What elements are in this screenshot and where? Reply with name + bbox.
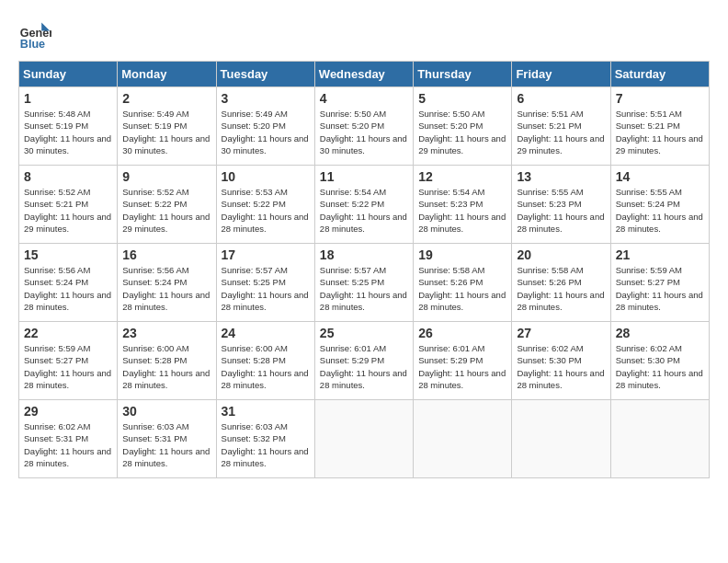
day-number: 9 bbox=[122, 169, 210, 184]
cell-info: Sunrise: 5:49 AM Sunset: 5:19 PM Dayligh… bbox=[122, 108, 210, 156]
calendar-cell: 8 Sunrise: 5:52 AM Sunset: 5:21 PM Dayli… bbox=[19, 166, 118, 244]
day-number: 27 bbox=[517, 326, 605, 340]
column-header-sunday: Sunday bbox=[19, 62, 118, 87]
day-number: 30 bbox=[122, 404, 210, 419]
calendar-cell: 13 Sunrise: 5:55 AM Sunset: 5:23 PM Dayl… bbox=[512, 166, 610, 244]
calendar-cell: 26 Sunrise: 6:01 AM Sunset: 5:29 PM Dayl… bbox=[414, 322, 512, 400]
column-header-tuesday: Tuesday bbox=[216, 62, 314, 87]
calendar-cell: 12 Sunrise: 5:54 AM Sunset: 5:23 PM Dayl… bbox=[414, 166, 512, 244]
day-number: 12 bbox=[418, 169, 506, 184]
cell-info: Sunrise: 5:53 AM Sunset: 5:22 PM Dayligh… bbox=[222, 186, 310, 235]
calendar-cell: 31 Sunrise: 6:03 AM Sunset: 5:32 PM Dayl… bbox=[216, 400, 314, 478]
calendar-cell: 27 Sunrise: 6:02 AM Sunset: 5:30 PM Dayl… bbox=[512, 322, 610, 400]
day-number: 19 bbox=[418, 247, 506, 262]
column-header-thursday: Thursday bbox=[414, 62, 512, 87]
cell-info: Sunrise: 5:50 AM Sunset: 5:20 PM Dayligh… bbox=[320, 108, 408, 156]
day-number: 16 bbox=[122, 247, 210, 262]
cell-info: Sunrise: 6:02 AM Sunset: 5:31 PM Dayligh… bbox=[24, 420, 112, 469]
day-number: 3 bbox=[222, 91, 310, 106]
page-header: General Blue bbox=[18, 18, 710, 52]
calendar-cell: 15 Sunrise: 5:56 AM Sunset: 5:24 PM Dayl… bbox=[19, 244, 118, 322]
calendar-table: SundayMondayTuesdayWednesdayThursdayFrid… bbox=[18, 61, 710, 478]
day-number: 22 bbox=[24, 326, 112, 340]
calendar-cell: 20 Sunrise: 5:58 AM Sunset: 5:26 PM Dayl… bbox=[512, 244, 610, 322]
cell-info: Sunrise: 6:00 AM Sunset: 5:28 PM Dayligh… bbox=[222, 342, 310, 391]
cell-info: Sunrise: 5:51 AM Sunset: 5:21 PM Dayligh… bbox=[517, 108, 605, 156]
calendar-cell bbox=[414, 400, 512, 478]
cell-info: Sunrise: 5:59 AM Sunset: 5:27 PM Dayligh… bbox=[616, 264, 704, 313]
calendar-cell: 23 Sunrise: 6:00 AM Sunset: 5:28 PM Dayl… bbox=[118, 322, 216, 400]
day-number: 18 bbox=[320, 247, 408, 262]
day-number: 23 bbox=[122, 326, 210, 340]
svg-text:Blue: Blue bbox=[20, 38, 45, 51]
cell-info: Sunrise: 6:01 AM Sunset: 5:29 PM Dayligh… bbox=[320, 342, 408, 391]
day-number: 17 bbox=[222, 247, 310, 262]
cell-info: Sunrise: 6:03 AM Sunset: 5:31 PM Dayligh… bbox=[122, 420, 210, 469]
calendar-cell: 14 Sunrise: 5:55 AM Sunset: 5:24 PM Dayl… bbox=[610, 166, 709, 244]
calendar-week-2: 8 Sunrise: 5:52 AM Sunset: 5:21 PM Dayli… bbox=[19, 166, 710, 244]
logo-icon: General Blue bbox=[18, 18, 51, 52]
cell-info: Sunrise: 5:54 AM Sunset: 5:23 PM Dayligh… bbox=[418, 186, 506, 235]
calendar-cell: 6 Sunrise: 5:51 AM Sunset: 5:21 PM Dayli… bbox=[512, 87, 610, 166]
cell-info: Sunrise: 5:57 AM Sunset: 5:25 PM Dayligh… bbox=[222, 264, 310, 313]
day-number: 7 bbox=[616, 91, 704, 106]
cell-info: Sunrise: 5:56 AM Sunset: 5:24 PM Dayligh… bbox=[24, 264, 112, 313]
calendar-cell: 19 Sunrise: 5:58 AM Sunset: 5:26 PM Dayl… bbox=[414, 244, 512, 322]
day-number: 15 bbox=[24, 247, 112, 262]
column-header-wednesday: Wednesday bbox=[314, 62, 413, 87]
day-number: 24 bbox=[222, 326, 310, 340]
day-number: 6 bbox=[517, 91, 605, 106]
calendar-cell: 11 Sunrise: 5:54 AM Sunset: 5:22 PM Dayl… bbox=[314, 166, 413, 244]
cell-info: Sunrise: 5:58 AM Sunset: 5:26 PM Dayligh… bbox=[517, 264, 605, 313]
calendar-week-3: 15 Sunrise: 5:56 AM Sunset: 5:24 PM Dayl… bbox=[19, 244, 710, 322]
cell-info: Sunrise: 5:49 AM Sunset: 5:20 PM Dayligh… bbox=[222, 108, 310, 156]
day-number: 21 bbox=[616, 247, 704, 262]
calendar-cell: 10 Sunrise: 5:53 AM Sunset: 5:22 PM Dayl… bbox=[216, 166, 314, 244]
cell-info: Sunrise: 6:03 AM Sunset: 5:32 PM Dayligh… bbox=[222, 420, 310, 469]
calendar-cell: 28 Sunrise: 6:02 AM Sunset: 5:30 PM Dayl… bbox=[610, 322, 709, 400]
cell-info: Sunrise: 6:00 AM Sunset: 5:28 PM Dayligh… bbox=[122, 342, 210, 391]
logo: General Blue bbox=[18, 18, 51, 52]
calendar-cell: 9 Sunrise: 5:52 AM Sunset: 5:22 PM Dayli… bbox=[118, 166, 216, 244]
calendar-cell: 29 Sunrise: 6:02 AM Sunset: 5:31 PM Dayl… bbox=[19, 400, 118, 478]
calendar-cell bbox=[610, 400, 709, 478]
cell-info: Sunrise: 5:52 AM Sunset: 5:21 PM Dayligh… bbox=[24, 186, 112, 235]
calendar-cell: 22 Sunrise: 5:59 AM Sunset: 5:27 PM Dayl… bbox=[19, 322, 118, 400]
calendar-week-5: 29 Sunrise: 6:02 AM Sunset: 5:31 PM Dayl… bbox=[19, 400, 710, 478]
day-number: 29 bbox=[24, 404, 112, 419]
calendar-cell: 1 Sunrise: 5:48 AM Sunset: 5:19 PM Dayli… bbox=[19, 87, 118, 166]
calendar-cell: 2 Sunrise: 5:49 AM Sunset: 5:19 PM Dayli… bbox=[118, 87, 216, 166]
cell-info: Sunrise: 6:02 AM Sunset: 5:30 PM Dayligh… bbox=[616, 342, 704, 391]
day-number: 8 bbox=[24, 169, 112, 184]
cell-info: Sunrise: 5:50 AM Sunset: 5:20 PM Dayligh… bbox=[418, 108, 506, 156]
day-number: 4 bbox=[320, 91, 408, 106]
calendar-cell: 7 Sunrise: 5:51 AM Sunset: 5:21 PM Dayli… bbox=[610, 87, 709, 166]
day-number: 11 bbox=[320, 169, 408, 184]
calendar-cell: 30 Sunrise: 6:03 AM Sunset: 5:31 PM Dayl… bbox=[118, 400, 216, 478]
day-number: 20 bbox=[517, 247, 605, 262]
calendar-cell: 3 Sunrise: 5:49 AM Sunset: 5:20 PM Dayli… bbox=[216, 87, 314, 166]
cell-info: Sunrise: 6:02 AM Sunset: 5:30 PM Dayligh… bbox=[517, 342, 605, 391]
calendar-cell bbox=[314, 400, 413, 478]
day-number: 10 bbox=[222, 169, 310, 184]
cell-info: Sunrise: 5:57 AM Sunset: 5:25 PM Dayligh… bbox=[320, 264, 408, 313]
calendar-cell: 25 Sunrise: 6:01 AM Sunset: 5:29 PM Dayl… bbox=[314, 322, 413, 400]
calendar-cell: 21 Sunrise: 5:59 AM Sunset: 5:27 PM Dayl… bbox=[610, 244, 709, 322]
calendar-header-row: SundayMondayTuesdayWednesdayThursdayFrid… bbox=[19, 62, 710, 87]
cell-info: Sunrise: 5:52 AM Sunset: 5:22 PM Dayligh… bbox=[122, 186, 210, 235]
calendar-cell: 4 Sunrise: 5:50 AM Sunset: 5:20 PM Dayli… bbox=[314, 87, 413, 166]
day-number: 28 bbox=[616, 326, 704, 340]
calendar-cell: 24 Sunrise: 6:00 AM Sunset: 5:28 PM Dayl… bbox=[216, 322, 314, 400]
cell-info: Sunrise: 5:55 AM Sunset: 5:24 PM Dayligh… bbox=[616, 186, 704, 235]
day-number: 26 bbox=[418, 326, 506, 340]
day-number: 25 bbox=[320, 326, 408, 340]
calendar-cell: 18 Sunrise: 5:57 AM Sunset: 5:25 PM Dayl… bbox=[314, 244, 413, 322]
day-number: 1 bbox=[24, 91, 112, 106]
calendar-week-1: 1 Sunrise: 5:48 AM Sunset: 5:19 PM Dayli… bbox=[19, 87, 710, 166]
cell-info: Sunrise: 5:58 AM Sunset: 5:26 PM Dayligh… bbox=[418, 264, 506, 313]
column-header-saturday: Saturday bbox=[610, 62, 709, 87]
calendar-cell: 5 Sunrise: 5:50 AM Sunset: 5:20 PM Dayli… bbox=[414, 87, 512, 166]
column-header-monday: Monday bbox=[118, 62, 216, 87]
cell-info: Sunrise: 5:54 AM Sunset: 5:22 PM Dayligh… bbox=[320, 186, 408, 235]
cell-info: Sunrise: 5:59 AM Sunset: 5:27 PM Dayligh… bbox=[24, 342, 112, 391]
